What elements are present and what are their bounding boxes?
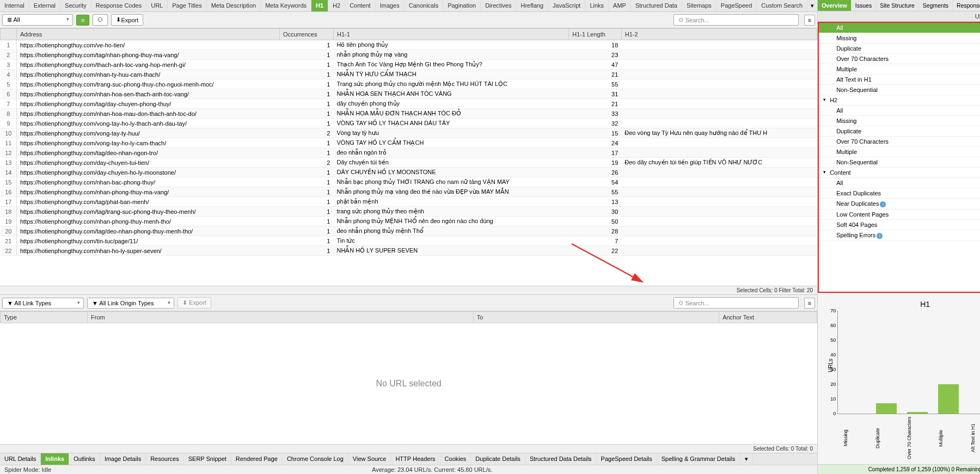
table-row[interactable]: 17https://hotienphongthuy.com/tag/phat-b… (1, 197, 817, 207)
tab-content[interactable]: Content (345, 0, 376, 11)
table-row[interactable]: 14https://hotienphongthuy.com/day-chuyen… (1, 168, 817, 177)
overview-row[interactable]: Missing00% (819, 33, 980, 44)
tab-directives[interactable]: Directives (481, 0, 516, 11)
btab-structured-data-details[interactable]: Structured Data Details (525, 453, 597, 465)
overview-row[interactable]: Non-Sequential8642.79% (819, 157, 980, 168)
tab-internal[interactable]: Internal (0, 0, 29, 11)
overview-row[interactable]: All201100% (819, 106, 980, 116)
btab-resources[interactable]: Resources (146, 453, 184, 465)
tab-javascript[interactable]: JavaScript (548, 0, 585, 11)
rtab-site-structure[interactable]: Site Structure (876, 0, 919, 11)
overview-row[interactable]: Soft 404 Pages00% (819, 220, 980, 230)
col-H1-1 Length[interactable]: H1-1 Length (569, 29, 622, 40)
btab-view-source[interactable]: View Source (348, 453, 391, 465)
tab-canonicals[interactable]: Canonicals (405, 0, 443, 11)
tab-meta-keywords[interactable]: Meta Keywords (261, 0, 311, 11)
search-input[interactable]: Search... (673, 14, 799, 26)
btab-duplicate-details[interactable]: Duplicate Details (471, 453, 525, 465)
tab-url[interactable]: URL (146, 0, 168, 11)
link-origin-dropdown[interactable]: ▼ All Link Origin Types (87, 298, 174, 309)
lcol-from[interactable]: From (88, 312, 474, 323)
table-row[interactable]: 13https://hotienphongthuy.com/day-chuyen… (1, 158, 817, 168)
overview-row[interactable]: Missing3718.41% (819, 116, 980, 126)
overview-row[interactable]: Low Content Pages3617.91% (819, 210, 980, 220)
filter-dropdown[interactable]: ≣ All (2, 14, 73, 26)
table-row[interactable]: 19https://hotienphongthuy.com/nhan-phong… (1, 217, 817, 226)
col-H1-2[interactable]: H1-2 (621, 29, 817, 40)
view-list-button[interactable]: ≡ (76, 15, 89, 26)
overview-row[interactable]: All201100% (819, 23, 980, 33)
table-row[interactable]: 18https://hotienphongthuy.com/tag/trang-… (1, 207, 817, 217)
overview-row[interactable]: Non-Sequential6532.34% (819, 85, 980, 95)
table-row[interactable]: 11https://hotienphongthuy.com/vong-tay-h… (1, 138, 817, 148)
overview-row[interactable]: Over 70 Characters10.5% (819, 137, 980, 147)
btab-outlinks[interactable]: Outlinks (69, 453, 100, 465)
tab-external[interactable]: External (29, 0, 60, 11)
col-Address[interactable]: Address (17, 29, 280, 40)
overview-row[interactable]: Multiple14170.15% (819, 147, 980, 157)
btab-serp-snippet[interactable]: SERP Snippet (184, 453, 231, 465)
btab-overflow[interactable]: ▾ (740, 453, 753, 465)
tab-h2[interactable]: H2 (328, 0, 345, 11)
settings-button[interactable]: ≡ (804, 15, 815, 26)
overview-row[interactable]: Spelling Errorsi00% (819, 230, 980, 241)
table-row[interactable]: 21https://hotienphongthuy.com/tin-tuc/pa… (1, 236, 817, 246)
lower-settings-button[interactable]: ≡ (804, 298, 815, 309)
overview-row[interactable]: Duplicate7537.31% (819, 126, 980, 137)
rtab-segments[interactable]: Segments (919, 0, 953, 11)
overview-row[interactable]: H2 (819, 95, 980, 106)
tab-overflow[interactable]: ▾ (807, 0, 817, 11)
tab-sitemaps[interactable]: Sitemaps (682, 0, 716, 11)
table-row[interactable]: 10https://hotienphongthuy.com/vong-tay-t… (1, 128, 817, 138)
table-row[interactable]: 15https://hotienphongthuy.com/nhan-bac-p… (1, 177, 817, 187)
overview-row[interactable]: Content (819, 168, 980, 178)
tab-hreflang[interactable]: Hreflang (516, 0, 548, 11)
table-row[interactable]: 9https://hotienphongthuy.com/vong-tay-ho… (1, 119, 817, 128)
overview-row[interactable]: All201100% (819, 178, 980, 188)
overview-panel[interactable]: All201100%Missing00%Duplicate73.48%Over … (818, 22, 980, 293)
lcol-anchor-text[interactable]: Anchor Text (719, 312, 817, 323)
tab-amp[interactable]: AMP (609, 0, 631, 11)
btab-rendered-page[interactable]: Rendered Page (231, 453, 283, 465)
col-Occurrences[interactable]: Occurrences (280, 29, 334, 40)
btab-http-headers[interactable]: HTTP Headers (391, 453, 440, 465)
tab-h1[interactable]: H1 (311, 0, 328, 11)
overview-row[interactable]: Exact Duplicates00% (819, 188, 980, 199)
export-button[interactable]: ⬇ Export (111, 14, 143, 26)
table-row[interactable]: 4https://hotienphongthuy.com/nhan-ty-huu… (1, 70, 817, 79)
table-row[interactable]: 6https://hotienphongthuy.com/nhan-hoa-se… (1, 89, 817, 99)
col-H1-1[interactable]: H1-1 (333, 29, 568, 40)
rtab-overview[interactable]: Overview (818, 0, 852, 11)
btab-url-details[interactable]: URL Details (0, 453, 41, 465)
tab-pagination[interactable]: Pagination (443, 0, 481, 11)
lower-search-input[interactable]: Search... (673, 297, 799, 309)
tab-meta-description[interactable]: Meta Description (207, 0, 261, 11)
tab-structured-data[interactable]: Structured Data (631, 0, 682, 11)
overview-row[interactable]: Multiple209.95% (819, 64, 980, 75)
overview-row[interactable]: Alt Text in H100% (819, 75, 980, 85)
tab-security[interactable]: Security (60, 0, 91, 11)
table-row[interactable]: 12https://hotienphongthuy.com/tag/deo-nh… (1, 148, 817, 158)
btab-chrome-console-log[interactable]: Chrome Console Log (283, 453, 348, 465)
table-row[interactable]: 2https://hotienphongthuy.com/tag/nhan-ph… (1, 50, 817, 60)
table-row[interactable]: 22https://hotienphongthuy.com/nhan-ho-ly… (1, 246, 817, 256)
lower-export-button[interactable]: Export (177, 297, 211, 309)
btab-inlinks[interactable]: Inlinks (41, 453, 69, 465)
main-grid[interactable]: AddressOccurrencesH1-1H1-1 LengthH1-2 1h… (0, 28, 817, 286)
col-num[interactable] (1, 29, 17, 40)
table-row[interactable]: 5https://hotienphongthuy.com/trang-suc-p… (1, 79, 817, 89)
table-row[interactable]: 7https://hotienphongthuy.com/tag/day-chu… (1, 99, 817, 109)
btab-spelling-&-grammar-details[interactable]: Spelling & Grammar Details (657, 453, 740, 465)
link-types-dropdown[interactable]: ▼ All Link Types (2, 298, 84, 309)
lcol-type[interactable]: Type (1, 312, 88, 323)
tab-custom-search[interactable]: Custom Search (757, 0, 807, 11)
overview-row[interactable]: Duplicate73.48% (819, 44, 980, 54)
rtab-issues[interactable]: Issues (852, 0, 876, 11)
tab-pagespeed[interactable]: PageSpeed (716, 0, 757, 11)
btab-cookies[interactable]: Cookies (440, 453, 471, 465)
overview-row[interactable]: Near Duplicatesi00% (819, 199, 980, 210)
view-tree-button[interactable]: ⚇ (93, 14, 108, 26)
table-row[interactable]: 20https://hotienphongthuy.com/tag/deo-nh… (1, 226, 817, 236)
btab-image-details[interactable]: Image Details (100, 453, 146, 465)
tab-response-codes[interactable]: Response Codes (91, 0, 146, 11)
